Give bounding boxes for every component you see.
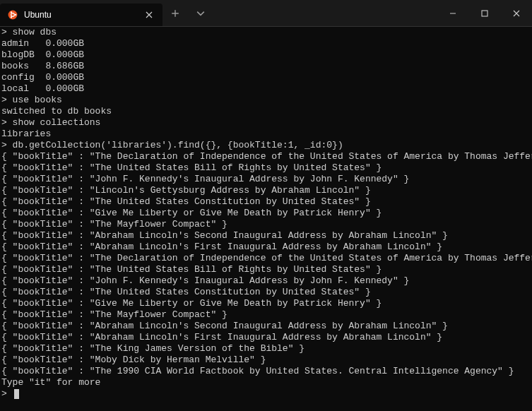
titlebar-drag-area[interactable] bbox=[213, 0, 437, 26]
terminal-tab[interactable]: Ubuntu bbox=[0, 4, 162, 26]
terminal-line: Type "it" for more bbox=[1, 377, 531, 388]
tab-dropdown-button[interactable] bbox=[188, 0, 213, 26]
terminal-line: { "bookTitle" : "The United States Const… bbox=[1, 287, 531, 298]
terminal-line: { "bookTitle" : "The 1990 CIA World Fact… bbox=[1, 366, 531, 377]
terminal-line: switched to db books bbox=[1, 106, 531, 117]
prompt-symbol: > bbox=[1, 388, 13, 400]
svg-point-2 bbox=[15, 14, 16, 16]
terminal-output[interactable]: > show dbsadmin 0.000GBblogDB 0.000GBboo… bbox=[0, 27, 532, 400]
svg-point-3 bbox=[11, 11, 12, 13]
terminal-line: local 0.000GB bbox=[1, 83, 531, 95]
terminal-line: admin 0.000GB bbox=[1, 38, 531, 49]
new-tab-button[interactable] bbox=[162, 0, 188, 26]
terminal-line: { "bookTitle" : "Give Me Liberty or Give… bbox=[1, 298, 531, 309]
terminal-line: blogDB 0.000GB bbox=[1, 49, 531, 61]
terminal-line: { "bookTitle" : "Lincoln's Gettysburg Ad… bbox=[1, 185, 531, 196]
ubuntu-icon bbox=[7, 9, 18, 20]
terminal-line: { "bookTitle" : "Abraham Lincoln's First… bbox=[1, 332, 531, 343]
terminal-line: { "bookTitle" : "The Mayflower Compact" … bbox=[1, 219, 531, 230]
terminal-line: { "bookTitle" : "The United States Const… bbox=[1, 196, 531, 208]
terminal-line: > db.getCollection('libraries').find({},… bbox=[1, 140, 531, 151]
terminal-line: { "bookTitle" : "Abraham Lincoln's First… bbox=[1, 242, 531, 253]
close-button[interactable] bbox=[500, 0, 532, 26]
terminal-line: { "bookTitle" : "Give Me Liberty or Give… bbox=[1, 208, 531, 219]
terminal-line: { "bookTitle" : "Abraham Lincoln's Secon… bbox=[1, 230, 531, 242]
terminal-line: > show collections bbox=[1, 117, 531, 129]
terminal-line: config 0.000GB bbox=[1, 72, 531, 83]
terminal-line: { "bookTitle" : "The United States Bill … bbox=[1, 162, 531, 174]
svg-rect-5 bbox=[482, 11, 487, 16]
tab-close-button[interactable] bbox=[143, 8, 155, 21]
window-titlebar: Ubuntu bbox=[0, 0, 532, 27]
terminal-line: { "bookTitle" : "Abraham Lincoln's Secon… bbox=[1, 321, 531, 332]
cursor bbox=[14, 389, 19, 399]
terminal-line: { "bookTitle" : "Moby Dick by Herman Mel… bbox=[1, 355, 531, 366]
terminal-line: { "bookTitle" : "The Declaration of Inde… bbox=[1, 253, 531, 264]
terminal-line: { "bookTitle" : "John F. Kennedy's Inaug… bbox=[1, 275, 531, 287]
terminal-line: books 8.686GB bbox=[1, 61, 531, 72]
terminal-line: > use books bbox=[1, 95, 531, 106]
terminal-line: libraries bbox=[1, 129, 531, 140]
minimize-button[interactable] bbox=[437, 0, 468, 26]
maximize-button[interactable] bbox=[468, 0, 500, 26]
terminal-line: { "bookTitle" : "John F. Kennedy's Inaug… bbox=[1, 174, 531, 185]
svg-point-4 bbox=[11, 16, 12, 18]
tab-title: Ubuntu bbox=[24, 10, 137, 20]
terminal-line: { "bookTitle" : "The United States Bill … bbox=[1, 264, 531, 275]
terminal-prompt[interactable]: > bbox=[1, 388, 531, 400]
terminal-line: > show dbs bbox=[1, 27, 531, 38]
window-controls bbox=[437, 0, 532, 26]
terminal-line: { "bookTitle" : "The King James Version … bbox=[1, 343, 531, 355]
terminal-line: { "bookTitle" : "The Declaration of Inde… bbox=[1, 151, 531, 162]
terminal-line: { "bookTitle" : "The Mayflower Compact" … bbox=[1, 309, 531, 321]
